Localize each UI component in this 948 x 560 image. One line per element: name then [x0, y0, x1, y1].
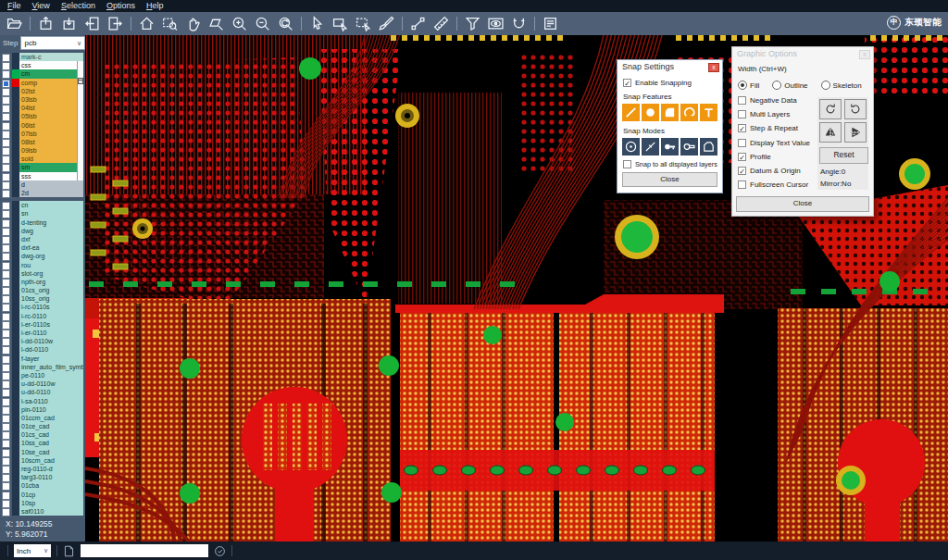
layer-visibility-checkbox[interactable] — [2, 380, 10, 389]
menu-file[interactable]: File — [2, 0, 27, 12]
layer-visibility-checkbox[interactable] — [2, 372, 10, 380]
line-snap-icon[interactable] — [622, 104, 640, 121]
menu-selection[interactable]: Selection — [56, 0, 101, 12]
layer-visibility-checkbox[interactable] — [2, 181, 10, 190]
option-step-repeat[interactable]: Step & Repeat — [732, 121, 817, 135]
layer-row-sold[interactable]: sold — [1, 155, 83, 163]
layer-row-saf0110[interactable]: saf0110 — [1, 507, 83, 516]
layer-visibility-checkbox[interactable] — [2, 415, 10, 423]
layer-form-icon[interactable] — [539, 14, 562, 33]
layer-visibility-checkbox[interactable] — [2, 147, 10, 156]
layer-visibility-checkbox[interactable] — [2, 492, 10, 500]
layer-visibility-checkbox[interactable] — [2, 270, 10, 279]
reset-button[interactable]: Reset — [819, 147, 868, 164]
layer-row-slot-org[interactable]: slot-org — [1, 269, 83, 278]
layer-row-i-er-0110s[interactable]: i-er-0110s — [1, 320, 83, 329]
layer-row-cm[interactable]: cm — [1, 69, 83, 78]
layer-row-pe-0110[interactable]: pe-0110 — [1, 371, 83, 380]
layer-row-cn[interactable]: cn — [1, 201, 83, 209]
layer-row-10sp[interactable]: 10sp — [1, 499, 83, 507]
layer-row-u-dd-0110[interactable]: u-dd-0110 — [1, 388, 83, 396]
layer-visibility-checkbox[interactable] — [2, 364, 10, 372]
snap-close-button[interactable]: Close — [622, 172, 717, 187]
highlight-brush-icon[interactable] — [375, 14, 398, 33]
filter-funnel-icon[interactable] — [461, 14, 484, 33]
layer-row-pin-0110[interactable]: pin-0110 — [1, 405, 83, 414]
all-layers-row[interactable]: Snap to all displayed layers — [617, 160, 722, 168]
layer-visibility-checkbox[interactable] — [2, 202, 10, 210]
layer-row-comp[interactable]: comp — [1, 79, 83, 87]
checkbox-icon[interactable] — [738, 110, 746, 118]
key-filled-mode-icon[interactable] — [661, 138, 679, 156]
layer-visibility-checkbox[interactable] — [2, 279, 10, 287]
layer-visibility-checkbox[interactable] — [2, 244, 10, 253]
layer-row-01cba[interactable]: 01cba — [1, 481, 83, 490]
radio-outline[interactable]: Outline — [772, 81, 817, 90]
layer-row-01ce_cad[interactable]: 01ce_cad — [1, 422, 83, 430]
layer-row-02lst[interactable]: 02lst — [1, 87, 83, 95]
layer-visibility-checkbox[interactable] — [2, 236, 10, 244]
layer-row-03lsb[interactable]: 03lsb — [1, 95, 83, 104]
close-icon[interactable]: x — [708, 63, 719, 72]
all-layers-checkbox[interactable] — [623, 160, 631, 168]
radio-skeleton[interactable]: Skeleton — [821, 81, 871, 90]
layer-visibility-checkbox[interactable] — [2, 474, 10, 482]
layer-visibility-checkbox[interactable] — [2, 80, 10, 88]
confirm-circle-icon[interactable] — [214, 545, 226, 557]
rotate-cw-icon[interactable] — [819, 99, 842, 119]
layer-visibility-checkbox[interactable] — [2, 70, 10, 79]
layer-row-d-tenting[interactable]: d-tenting — [1, 218, 83, 227]
measure-ruler-icon[interactable] — [430, 14, 453, 33]
layer-row-d[interactable]: d — [1, 180, 83, 189]
layer-visibility-checkbox[interactable] — [2, 105, 10, 113]
move-selection-icon[interactable] — [352, 14, 375, 33]
option-datum-origin[interactable]: Datum & Origin — [732, 164, 817, 178]
layer-row-i-dd-0110[interactable]: i-dd-0110 — [1, 345, 83, 354]
layer-visibility-checkbox[interactable] — [2, 173, 10, 181]
layer-visibility-checkbox[interactable] — [2, 398, 10, 406]
menu-view[interactable]: View — [27, 0, 56, 12]
layer-visibility-checkbox[interactable] — [2, 131, 10, 139]
circle-snap-icon[interactable] — [642, 104, 659, 121]
pad-snap-icon[interactable] — [661, 104, 679, 121]
line-tool-icon[interactable] — [406, 14, 430, 33]
line-mode-icon[interactable] — [642, 138, 659, 156]
checkbox-icon[interactable] — [738, 124, 746, 132]
layer-row-i-rc-0110[interactable]: i-rc-0110 — [1, 312, 83, 320]
radio-icon[interactable] — [738, 81, 747, 90]
arc-snap-icon[interactable] — [680, 104, 698, 121]
layer-row-inner_auto_film_symb[interactable]: inner_auto_film_symb — [1, 363, 83, 371]
layer-visibility-checkbox[interactable] — [2, 466, 10, 474]
text-snap-icon[interactable] — [700, 104, 717, 121]
polygon-mode-icon[interactable] — [700, 138, 717, 156]
layer-row-targ3-0110[interactable]: targ3-0110 — [1, 473, 83, 481]
layer-row-dwg[interactable]: dwg — [1, 227, 83, 235]
layer-visibility-checkbox[interactable] — [2, 164, 10, 172]
layer-visibility-checkbox[interactable] — [2, 346, 10, 355]
enable-snapping-checkbox[interactable] — [623, 79, 631, 87]
radio-fill[interactable]: Fill — [738, 81, 768, 90]
zoom-out-icon[interactable] — [251, 14, 274, 33]
key-outline-mode-icon[interactable] — [680, 138, 698, 156]
layer-row-sss[interactable]: sss — [1, 172, 83, 180]
layer-visibility-checkbox[interactable] — [2, 500, 10, 508]
layer-row-dxf[interactable]: dxf — [1, 235, 83, 243]
mirror-vertical-icon[interactable] — [844, 122, 867, 143]
layer-visibility-checkbox[interactable] — [2, 355, 10, 364]
layer-row-08lst[interactable]: 08lst — [1, 138, 83, 146]
layer-row-dxf-ea[interactable]: dxf-ea — [1, 243, 83, 252]
option-display-text-value[interactable]: Display Text Value — [732, 136, 817, 150]
layer-row-u-dd-0110w[interactable]: u-dd-0110w — [1, 380, 83, 388]
layer-visibility-checkbox[interactable] — [2, 219, 10, 228]
layer-visibility-checkbox[interactable] — [2, 156, 10, 164]
graphic-close-button[interactable]: Close — [736, 196, 869, 212]
checkbox-icon[interactable] — [738, 96, 746, 105]
layer-row-07lsb[interactable]: 07lsb — [1, 130, 83, 138]
checkbox-icon[interactable] — [738, 153, 746, 161]
layer-row-sn[interactable]: sn — [1, 209, 83, 218]
enable-snapping-row[interactable]: Enable Snapping — [617, 79, 722, 87]
checkbox-icon[interactable] — [738, 167, 746, 175]
layer-visibility-checkbox[interactable] — [2, 253, 10, 261]
layer-visibility-checkbox[interactable] — [2, 139, 10, 147]
close-icon[interactable]: x — [859, 50, 870, 59]
